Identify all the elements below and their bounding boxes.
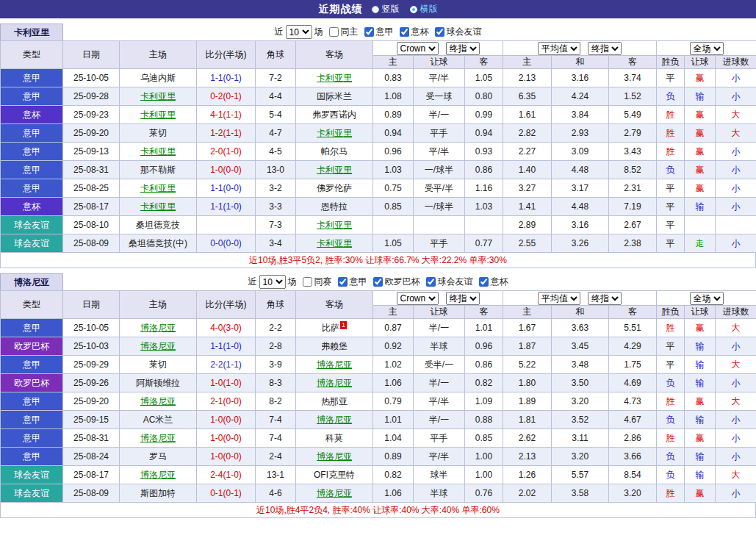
euro-away-odds: 1.75 — [609, 356, 657, 374]
away-team[interactable]: 卡利亚里 — [296, 161, 373, 179]
col-header-home: 主场 — [120, 41, 197, 69]
result-over-under: 大 — [716, 356, 756, 374]
home-team[interactable]: 桑坦德竞技(中) — [120, 234, 197, 253]
coppa-italia-checkbox[interactable] — [479, 277, 489, 287]
result-handicap: 赢 — [685, 106, 716, 124]
away-team[interactable]: 科莫 — [296, 429, 373, 448]
home-team[interactable]: 博洛尼亚 — [120, 337, 197, 356]
competition-filter-club-friendly[interactable]: 球会友谊 — [431, 26, 482, 38]
euro-away-odds: 8.54 — [609, 466, 657, 484]
match-date: 25-08-25 — [63, 179, 120, 198]
away-team[interactable]: 佛罗伦萨 — [296, 179, 373, 198]
away-team[interactable]: 卡利亚里 — [296, 216, 373, 234]
competition-filter-coppa-italia[interactable]: 意杯 — [475, 276, 508, 288]
result-handicap: 赢 — [685, 161, 716, 179]
euro-draw-odds: 3.16 — [552, 69, 609, 87]
away-team[interactable]: 热那亚 — [296, 392, 373, 411]
asian-handicap-line: 半/一 — [414, 319, 465, 337]
home-team[interactable]: 莱切 — [120, 124, 197, 143]
same-competition-toggle[interactable]: 同赛 — [299, 276, 332, 288]
away-team[interactable]: 博洛尼亚 — [296, 356, 373, 374]
away-team[interactable]: 恩特拉 — [296, 198, 373, 216]
same-competition-checkbox[interactable] — [303, 277, 312, 287]
competition-filter-coppa-italia[interactable]: 意杯 — [396, 26, 429, 38]
result-handicap: 输 — [685, 374, 716, 392]
away-team[interactable]: 卡利亚里 — [296, 124, 373, 143]
competition-filter-serie-a[interactable]: 意甲 — [361, 26, 394, 38]
scope-select[interactable]: 全场 — [690, 42, 724, 55]
serie-a-checkbox[interactable] — [338, 277, 348, 287]
radio-horizontal-icon[interactable] — [410, 6, 417, 13]
home-team[interactable]: 博洛尼亚 — [120, 466, 197, 484]
away-team[interactable]: 博洛尼亚 — [296, 448, 373, 466]
euro-final-select[interactable]: 终指 — [588, 292, 622, 305]
score-halftime: 1-0(0-0) — [197, 429, 256, 448]
home-team[interactable]: 卡利亚里 — [120, 198, 197, 216]
radio-option-vertical[interactable]: 竖版 — [372, 3, 400, 15]
away-team[interactable]: 卡利亚里 — [296, 234, 373, 253]
same-home-toggle[interactable]: 同主 — [325, 26, 359, 38]
match-count-select[interactable]: 10 — [259, 275, 286, 289]
home-team[interactable]: AC米兰 — [120, 411, 197, 429]
serie-a-checkbox[interactable] — [364, 27, 374, 37]
scope-select[interactable]: 全场 — [690, 292, 724, 305]
coppa-italia-checkbox[interactable] — [400, 27, 409, 37]
away-team[interactable]: 博洛尼亚 — [296, 411, 373, 429]
team-name: 卡利亚里 — [0, 24, 63, 40]
home-team[interactable]: 博洛尼亚 — [120, 392, 197, 411]
coppa-italia-label: 意杯 — [491, 276, 508, 288]
away-team[interactable]: OFI克里特 — [296, 466, 373, 484]
match-count-select[interactable]: 10 — [286, 25, 312, 39]
away-team[interactable]: 博洛尼亚 — [296, 374, 373, 392]
asian-away-odds: 1.16 — [465, 179, 503, 198]
home-team[interactable]: 卡利亚里 — [120, 106, 197, 124]
away-team[interactable]: 弗赖堡 — [296, 337, 373, 356]
radio-vertical-icon[interactable] — [372, 6, 379, 13]
euro-home-odds: 1.89 — [503, 392, 552, 411]
match-date: 25-08-10 — [63, 216, 120, 234]
euro-draw-odds: 4.48 — [552, 198, 609, 216]
radio-horizontal-label[interactable]: 横版 — [420, 3, 438, 15]
home-team[interactable]: 乌迪内斯 — [120, 69, 197, 87]
same-home-checkbox[interactable] — [329, 27, 339, 37]
club-friendly-checkbox[interactable] — [435, 27, 444, 37]
radio-vertical-label[interactable]: 竖版 — [382, 3, 400, 15]
away-team[interactable]: 博洛尼亚 — [296, 484, 373, 503]
bookmaker-select[interactable]: Crown — [397, 292, 439, 305]
home-team[interactable]: 卡利亚里 — [120, 87, 197, 106]
home-team[interactable]: 莱切 — [120, 356, 197, 374]
euro-home-odds: 1.87 — [503, 337, 552, 356]
competition-filter-europa-league[interactable]: 欧罗巴杯 — [370, 276, 420, 288]
asian-home-odds: 0.82 — [373, 466, 414, 484]
home-team[interactable]: 卡利亚里 — [120, 143, 197, 161]
result-win-draw-loss: 负 — [657, 374, 685, 392]
asian-home-odds: 1.08 — [373, 87, 414, 106]
away-team[interactable]: 卡利亚里 — [296, 69, 373, 87]
europa-league-checkbox[interactable] — [373, 277, 383, 287]
near-label: 近 — [248, 276, 257, 288]
bookmaker-select[interactable]: Crown — [397, 42, 439, 55]
home-team[interactable]: 那不勒斯 — [120, 161, 197, 179]
competition-filter-club-friendly[interactable]: 球会友谊 — [422, 276, 473, 288]
away-team[interactable]: 比萨1 — [296, 319, 373, 337]
home-team[interactable]: 阿斯顿维拉 — [120, 374, 197, 392]
radio-option-horizontal[interactable]: 横版 — [410, 3, 438, 15]
club-friendly-checkbox[interactable] — [426, 277, 436, 287]
home-team[interactable]: 博洛尼亚 — [120, 319, 197, 337]
euro-home-odds: 2.82 — [503, 124, 552, 143]
home-team[interactable]: 桑坦德竞技 — [120, 216, 197, 234]
euro-average-select[interactable]: 平均值 — [538, 292, 580, 305]
away-team[interactable]: 帕尔马 — [296, 143, 373, 161]
euro-average-select[interactable]: 平均值 — [538, 42, 580, 55]
asian-final-select[interactable]: 终指 — [446, 292, 480, 305]
home-team[interactable]: 卡利亚里 — [120, 179, 197, 198]
asian-final-select[interactable]: 终指 — [446, 42, 480, 55]
home-team[interactable]: 斯图加特 — [120, 484, 197, 503]
competition-filter-serie-a[interactable]: 意甲 — [334, 276, 367, 288]
home-team[interactable]: 博洛尼亚 — [120, 429, 197, 448]
euro-final-select[interactable]: 终指 — [588, 42, 622, 55]
team-bar: 卡利亚里 近 10 场 同主 意甲 意杯 球会友谊 — [0, 24, 756, 40]
away-team[interactable]: 国际米兰 — [296, 87, 373, 106]
away-team[interactable]: 弗罗西诺内 — [296, 106, 373, 124]
home-team[interactable]: 罗马 — [120, 448, 197, 466]
